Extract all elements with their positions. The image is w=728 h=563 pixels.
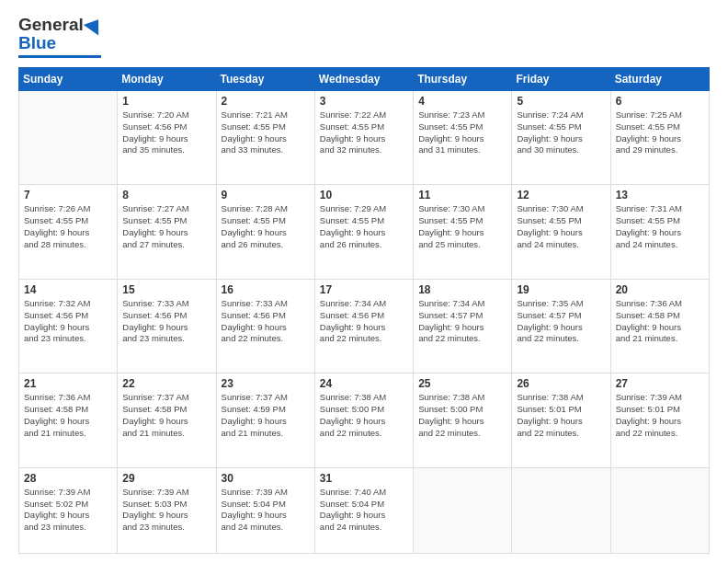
calendar-cell: 21Sunrise: 7:36 AM Sunset: 4:58 PM Dayli… xyxy=(19,373,118,467)
calendar-cell: 11Sunrise: 7:30 AM Sunset: 4:55 PM Dayli… xyxy=(414,185,512,279)
day-number: 20 xyxy=(616,283,704,296)
day-number: 8 xyxy=(122,189,210,201)
day-info: Sunrise: 7:38 AM Sunset: 5:00 PM Dayligh… xyxy=(418,392,506,439)
calendar-week-row: 1Sunrise: 7:20 AM Sunset: 4:56 PM Daylig… xyxy=(19,91,710,185)
day-info: Sunrise: 7:24 AM Sunset: 4:55 PM Dayligh… xyxy=(517,109,605,156)
logo-triangle-icon xyxy=(84,15,106,36)
day-number: 15 xyxy=(122,283,210,296)
calendar-cell: 20Sunrise: 7:36 AM Sunset: 4:58 PM Dayli… xyxy=(610,279,709,373)
day-number: 3 xyxy=(320,95,408,108)
day-info: Sunrise: 7:28 AM Sunset: 4:55 PM Dayligh… xyxy=(222,203,310,250)
calendar-cell xyxy=(512,467,610,553)
calendar-cell: 5Sunrise: 7:24 AM Sunset: 4:55 PM Daylig… xyxy=(512,91,610,185)
day-number: 24 xyxy=(320,377,408,390)
day-info: Sunrise: 7:20 AM Sunset: 4:56 PM Dayligh… xyxy=(122,109,210,156)
calendar-cell: 17Sunrise: 7:34 AM Sunset: 4:56 PM Dayli… xyxy=(314,279,413,373)
day-info: Sunrise: 7:26 AM Sunset: 4:55 PM Dayligh… xyxy=(24,203,112,250)
day-number: 2 xyxy=(222,95,310,108)
day-number: 23 xyxy=(222,377,310,390)
day-info: Sunrise: 7:23 AM Sunset: 4:55 PM Dayligh… xyxy=(418,109,506,156)
day-info: Sunrise: 7:34 AM Sunset: 4:57 PM Dayligh… xyxy=(418,298,506,345)
calendar-cell: 1Sunrise: 7:20 AM Sunset: 4:56 PM Daylig… xyxy=(118,91,216,185)
day-number: 26 xyxy=(517,377,605,390)
day-info: Sunrise: 7:37 AM Sunset: 4:59 PM Dayligh… xyxy=(222,392,310,439)
calendar-cell xyxy=(19,91,118,185)
calendar-cell: 27Sunrise: 7:39 AM Sunset: 5:01 PM Dayli… xyxy=(610,373,709,467)
day-number: 21 xyxy=(24,377,112,390)
calendar-table: SundayMondayTuesdayWednesdayThursdayFrid… xyxy=(18,67,710,554)
day-number: 11 xyxy=(418,189,506,201)
calendar-cell: 25Sunrise: 7:38 AM Sunset: 5:00 PM Dayli… xyxy=(414,373,512,467)
calendar-cell xyxy=(414,467,512,553)
header: General Blue xyxy=(18,15,710,58)
page: General Blue SundayMondayTuesdayWednesda… xyxy=(0,0,728,563)
calendar-week-row: 28Sunrise: 7:39 AM Sunset: 5:02 PM Dayli… xyxy=(19,467,710,553)
day-number: 5 xyxy=(517,95,605,108)
logo-blue-text: Blue xyxy=(18,33,56,53)
logo: General Blue xyxy=(18,15,104,58)
day-info: Sunrise: 7:29 AM Sunset: 4:55 PM Dayligh… xyxy=(320,203,408,250)
logo-general-text: General xyxy=(18,15,84,35)
day-info: Sunrise: 7:30 AM Sunset: 4:55 PM Dayligh… xyxy=(418,203,506,250)
calendar-cell: 3Sunrise: 7:22 AM Sunset: 4:55 PM Daylig… xyxy=(314,91,413,185)
day-number: 4 xyxy=(418,95,506,108)
calendar-cell: 19Sunrise: 7:35 AM Sunset: 4:57 PM Dayli… xyxy=(512,279,610,373)
day-info: Sunrise: 7:22 AM Sunset: 4:55 PM Dayligh… xyxy=(320,109,408,156)
calendar-cell: 22Sunrise: 7:37 AM Sunset: 4:58 PM Dayli… xyxy=(118,373,216,467)
day-number: 10 xyxy=(320,189,408,201)
day-info: Sunrise: 7:39 AM Sunset: 5:02 PM Dayligh… xyxy=(24,487,112,534)
day-number: 29 xyxy=(122,472,210,485)
day-info: Sunrise: 7:30 AM Sunset: 4:55 PM Dayligh… xyxy=(517,203,605,250)
day-of-week-header: Thursday xyxy=(414,68,512,91)
day-info: Sunrise: 7:36 AM Sunset: 4:58 PM Dayligh… xyxy=(24,392,112,439)
day-number: 31 xyxy=(320,472,408,485)
calendar-cell: 6Sunrise: 7:25 AM Sunset: 4:55 PM Daylig… xyxy=(610,91,709,185)
day-number: 7 xyxy=(24,189,112,201)
day-of-week-header: Tuesday xyxy=(216,68,314,91)
day-info: Sunrise: 7:34 AM Sunset: 4:56 PM Dayligh… xyxy=(320,298,408,345)
calendar-cell: 28Sunrise: 7:39 AM Sunset: 5:02 PM Dayli… xyxy=(19,467,118,553)
day-of-week-header: Sunday xyxy=(19,68,118,91)
calendar-cell: 16Sunrise: 7:33 AM Sunset: 4:56 PM Dayli… xyxy=(216,279,314,373)
day-number: 27 xyxy=(616,377,704,390)
day-info: Sunrise: 7:36 AM Sunset: 4:58 PM Dayligh… xyxy=(616,298,704,345)
day-number: 19 xyxy=(517,283,605,296)
day-number: 13 xyxy=(616,189,704,201)
calendar-cell: 12Sunrise: 7:30 AM Sunset: 4:55 PM Dayli… xyxy=(512,185,610,279)
day-number: 14 xyxy=(24,283,112,296)
day-info: Sunrise: 7:25 AM Sunset: 4:55 PM Dayligh… xyxy=(616,109,704,156)
day-info: Sunrise: 7:33 AM Sunset: 4:56 PM Dayligh… xyxy=(222,298,310,345)
day-number: 16 xyxy=(222,283,310,296)
day-of-week-header: Friday xyxy=(512,68,610,91)
calendar-cell: 4Sunrise: 7:23 AM Sunset: 4:55 PM Daylig… xyxy=(414,91,512,185)
calendar-cell: 14Sunrise: 7:32 AM Sunset: 4:56 PM Dayli… xyxy=(19,279,118,373)
calendar-cell xyxy=(610,467,709,553)
day-info: Sunrise: 7:31 AM Sunset: 4:55 PM Dayligh… xyxy=(616,203,704,250)
day-number: 30 xyxy=(222,472,310,485)
calendar-week-row: 7Sunrise: 7:26 AM Sunset: 4:55 PM Daylig… xyxy=(19,185,710,279)
calendar-cell: 7Sunrise: 7:26 AM Sunset: 4:55 PM Daylig… xyxy=(19,185,118,279)
calendar-cell: 15Sunrise: 7:33 AM Sunset: 4:56 PM Dayli… xyxy=(118,279,216,373)
day-number: 17 xyxy=(320,283,408,296)
day-info: Sunrise: 7:27 AM Sunset: 4:55 PM Dayligh… xyxy=(122,203,210,250)
calendar-cell: 31Sunrise: 7:40 AM Sunset: 5:04 PM Dayli… xyxy=(314,467,413,553)
day-info: Sunrise: 7:38 AM Sunset: 5:00 PM Dayligh… xyxy=(320,392,408,439)
day-number: 18 xyxy=(418,283,506,296)
day-info: Sunrise: 7:21 AM Sunset: 4:55 PM Dayligh… xyxy=(222,109,310,156)
calendar-cell: 18Sunrise: 7:34 AM Sunset: 4:57 PM Dayli… xyxy=(414,279,512,373)
day-info: Sunrise: 7:39 AM Sunset: 5:03 PM Dayligh… xyxy=(122,487,210,534)
day-info: Sunrise: 7:32 AM Sunset: 4:56 PM Dayligh… xyxy=(24,298,112,345)
day-info: Sunrise: 7:39 AM Sunset: 5:04 PM Dayligh… xyxy=(222,487,310,534)
calendar-week-row: 21Sunrise: 7:36 AM Sunset: 4:58 PM Dayli… xyxy=(19,373,710,467)
calendar-cell: 30Sunrise: 7:39 AM Sunset: 5:04 PM Dayli… xyxy=(216,467,314,553)
day-number: 9 xyxy=(222,189,310,201)
day-info: Sunrise: 7:39 AM Sunset: 5:01 PM Dayligh… xyxy=(616,392,704,439)
day-info: Sunrise: 7:40 AM Sunset: 5:04 PM Dayligh… xyxy=(320,487,408,534)
calendar-cell: 2Sunrise: 7:21 AM Sunset: 4:55 PM Daylig… xyxy=(216,91,314,185)
calendar-cell: 29Sunrise: 7:39 AM Sunset: 5:03 PM Dayli… xyxy=(118,467,216,553)
day-info: Sunrise: 7:33 AM Sunset: 4:56 PM Dayligh… xyxy=(122,298,210,345)
day-number: 22 xyxy=(122,377,210,390)
day-info: Sunrise: 7:38 AM Sunset: 5:01 PM Dayligh… xyxy=(517,392,605,439)
day-info: Sunrise: 7:35 AM Sunset: 4:57 PM Dayligh… xyxy=(517,298,605,345)
calendar-cell: 10Sunrise: 7:29 AM Sunset: 4:55 PM Dayli… xyxy=(314,185,413,279)
